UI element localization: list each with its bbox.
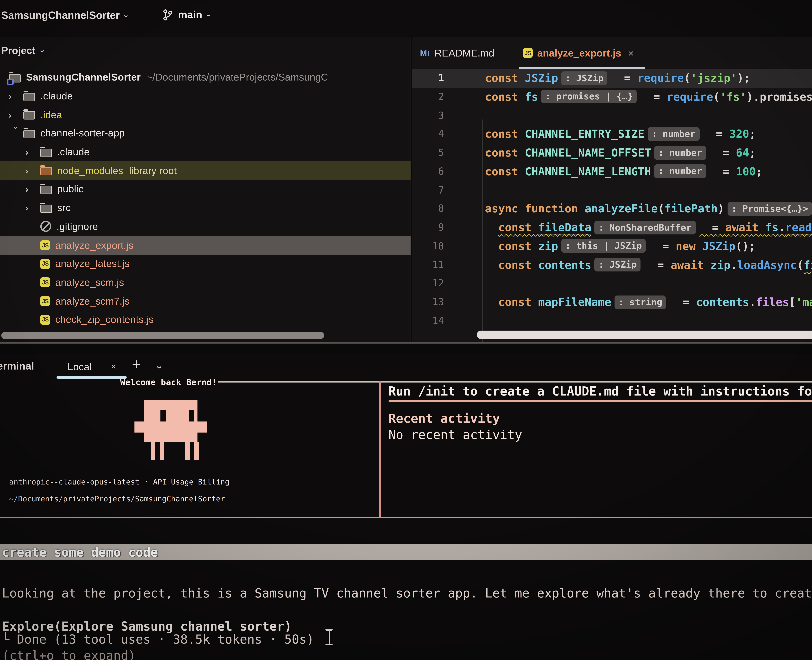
folder-icon: [40, 186, 52, 194]
code-token: fs: [525, 90, 538, 103]
code-line-8[interactable]: 8async function analyzeFile(filePath): P…: [412, 200, 812, 218]
branch-name: main: [178, 9, 202, 21]
claude-welcome-title: Welcome back Bernd!: [120, 377, 217, 387]
tree-item-label: .idea: [40, 109, 62, 121]
tree-item-src[interactable]: ›src: [0, 198, 410, 217]
tree-item-channel-sorter-app[interactable]: ›channel-sorter-app: [0, 124, 410, 143]
code-line-2[interactable]: 2const fs: promises | {…} = require('fs'…: [412, 87, 812, 106]
vcs-branch-widget[interactable]: main ›: [162, 9, 210, 21]
tree-item-public[interactable]: ›public: [0, 180, 410, 199]
code-token: (: [797, 258, 804, 271]
close-icon[interactable]: ×: [628, 48, 634, 58]
project-widget[interactable]: SamsungChannelSorter ›: [1, 10, 127, 21]
tree-chevron-icon[interactable]: ›: [25, 165, 40, 176]
line-number: 1: [412, 69, 444, 87]
code-line-4[interactable]: 4const CHANNEL_ENTRY_SIZE: number = 320;: [412, 125, 812, 144]
chevron-down-icon[interactable]: ›: [155, 366, 165, 369]
code-line-14[interactable]: 14: [412, 312, 812, 330]
tab-label: README.md: [434, 47, 494, 59]
tab-analyze-export[interactable]: JS analyze_export.js ×: [523, 37, 645, 69]
tree-item-project-root[interactable]: SamsungChannelSorter ~/Documents/private…: [0, 68, 410, 87]
code-editor[interactable]: 1const JSZip: JSZip = require('jszip');2…: [412, 69, 812, 342]
recent-activity-header: Recent activity: [388, 411, 500, 425]
code-line-1[interactable]: 1const JSZip: JSZip = require('jszip');: [412, 69, 812, 87]
terminal-tab-local[interactable]: Local: [68, 361, 92, 373]
project-panel-header[interactable]: Project ›: [1, 45, 43, 57]
code-token: require: [637, 71, 684, 84]
tab-readme[interactable]: M↓ README.md: [420, 37, 506, 69]
code-token: const: [498, 221, 538, 234]
code-line-10[interactable]: 10 const zip: this | JSZip = new JSZip()…: [412, 237, 812, 255]
line-number: 3: [412, 106, 444, 125]
code-line-12[interactable]: 12: [412, 274, 812, 293]
tree-item--claude[interactable]: ›.claude: [0, 87, 410, 106]
code-text: const mapFileName: string = contents.fil…: [485, 293, 812, 312]
close-icon[interactable]: ×: [111, 361, 116, 371]
line-number: 13: [412, 293, 444, 312]
panel-splitter[interactable]: [0, 342, 812, 343]
line-number: 7: [412, 181, 444, 200]
tree-chevron-icon[interactable]: ›: [11, 127, 22, 141]
new-terminal-button[interactable]: +: [132, 355, 141, 373]
code-token: zip: [710, 258, 731, 271]
line-number: 6: [412, 162, 444, 181]
editor-horizontal-scrollbar[interactable]: [477, 330, 812, 339]
tree-item-label: analyze_scm7.js: [55, 295, 130, 307]
code-line-5[interactable]: 5const CHANNEL_NAME_OFFSET: number = 64;: [412, 144, 812, 162]
chevron-down-icon: ›: [38, 50, 47, 52]
javascript-icon: JS: [40, 315, 50, 325]
tree-chevron-icon[interactable]: ›: [25, 147, 40, 157]
code-token: =: [669, 295, 696, 308]
code-line-6[interactable]: 6const CHANNEL_NAME_LENGTH: number = 100…: [412, 162, 812, 181]
line-number: 2: [412, 87, 444, 106]
code-line-13[interactable]: 13 const mapFileName: string = contents.…: [412, 293, 812, 312]
javascript-icon: JS: [523, 48, 533, 58]
tree-item-analyze-scm-js[interactable]: JSanalyze_scm.js: [0, 273, 410, 292]
code-token: 'fs': [720, 90, 747, 103]
code-token: [: [789, 295, 796, 308]
welcome-box-divider: [379, 381, 380, 517]
tree-item--claude[interactable]: ›.claude: [0, 143, 410, 161]
code-token: CHANNEL_NAME_OFFSET: [525, 146, 651, 159]
mascot-eye: [189, 410, 194, 422]
terminal-tool-window[interactable]: Terminal Local × + › Welcome back Bernd!…: [0, 354, 812, 660]
code-text: const zip: this | JSZip = new JSZip();: [485, 237, 755, 255]
tree-item-label: .claude: [57, 146, 90, 158]
code-line-9[interactable]: 9 const fileData: NonSharedBuffer = awai…: [412, 218, 812, 237]
project-horizontal-scrollbar[interactable]: [1, 332, 324, 339]
code-token: ;: [749, 127, 756, 140]
tree-chevron-icon[interactable]: ›: [8, 91, 23, 101]
code-token: (: [713, 90, 720, 103]
code-line-3[interactable]: 3: [412, 106, 812, 125]
code-text: const CHANNEL_ENTRY_SIZE: number = 320;: [485, 125, 756, 144]
claude-mascot: [135, 400, 207, 460]
inlay-hint: : JSZip: [561, 71, 607, 85]
code-token: ;: [756, 165, 763, 178]
folder-icon: [40, 205, 52, 213]
code-token: (: [684, 71, 691, 84]
tree-chevron-icon[interactable]: ›: [25, 184, 40, 195]
code-token: fileData: [538, 221, 591, 235]
tree-item-label: check_zip_contents.js: [55, 314, 154, 325]
code-token: CHANNEL_NAME_LENGTH: [525, 165, 651, 178]
inlay-hint: : JSZip: [594, 258, 641, 271]
tree-item-analyze-scm7-js[interactable]: JSanalyze_scm7.js: [0, 292, 410, 311]
inlay-hint: : number: [648, 127, 699, 141]
tree-item-node-modules[interactable]: ›node_moduleslibrary root: [0, 161, 410, 180]
tree-item--idea[interactable]: ›.idea: [0, 106, 410, 124]
tree-chevron-icon[interactable]: ›: [8, 109, 23, 120]
tree-item--gitignore[interactable]: .gitignore: [0, 217, 410, 236]
editor-tab-bar: M↓ README.md JS analyze_export.js ×: [412, 37, 812, 69]
tree-chevron-icon[interactable]: ›: [25, 203, 40, 213]
code-line-11[interactable]: 11 const contents: JSZip = await zip.loa…: [412, 255, 812, 274]
code-line-7[interactable]: 7: [412, 181, 812, 200]
tab-label: analyze_export.js: [537, 47, 621, 59]
tree-item-analyze-export-js[interactable]: JSanalyze_export.js: [0, 236, 410, 255]
code-token: contents: [538, 258, 591, 271]
tree-item-analyze-latest-js[interactable]: JSanalyze_latest.js: [0, 255, 410, 273]
code-token: 100: [736, 165, 756, 178]
code-token: const: [485, 146, 525, 159]
tree-item-check-zip-contents-js[interactable]: JScheck_zip_contents.js: [0, 311, 410, 329]
code-token: ();: [736, 240, 755, 252]
claude-model-line: anthropic--claude-opus-latest · API Usag…: [9, 478, 229, 486]
